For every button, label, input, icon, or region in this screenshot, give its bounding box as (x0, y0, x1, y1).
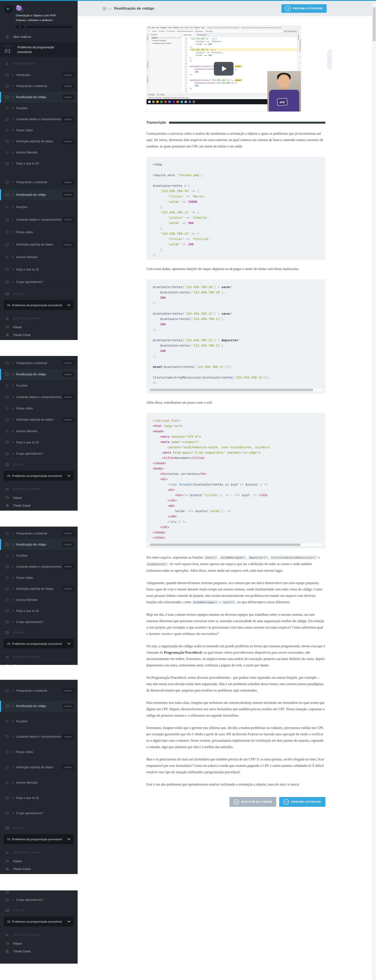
taskbar-icon[interactable] (176, 101, 179, 103)
scroll-right-arrow[interactable]: ► (322, 543, 325, 546)
terminal-item[interactable]: Terminal (148, 94, 154, 96)
sidebar-item-05[interactable]: 05Juntando dados e comportamento05min (0, 731, 78, 742)
sidebar-item-forum[interactable]: Fórum (0, 323, 78, 331)
sidebar-item-07[interactable]: 07Definição explícita de dados06min (0, 583, 78, 594)
scroll-left-arrow[interactable]: ◄ (147, 388, 149, 391)
sidebar-item-forum[interactable]: Fórum (0, 662, 78, 665)
sidebar-item-04[interactable]: 04Funções (0, 380, 78, 391)
sidebar-item-10[interactable]: 10O que aprendemos? (0, 276, 78, 288)
sidebar-item-06[interactable]: 06Peças soltas (0, 403, 78, 414)
next-activity-bottom-button[interactable]: PRÓXIMA ATIVIDADE (279, 797, 325, 807)
sidebar-item-forum[interactable]: Fórum (0, 940, 78, 947)
sidebar-item-02[interactable]: 02Preparando o ambiente05min (0, 177, 78, 188)
taskbar-icon[interactable] (164, 101, 167, 103)
scroll-right-arrow[interactable]: ► (322, 388, 325, 391)
sidebar-item-09[interactable]: 09Faça o que eu fiz (0, 264, 78, 275)
sidebar-item-04[interactable]: 04Funções (0, 103, 78, 114)
sidebar-item-10[interactable]: 10O que aprendemos? (0, 894, 78, 905)
taskbar-icon[interactable] (181, 101, 183, 103)
taskbar-icon[interactable] (152, 101, 155, 103)
scrollbar-thumb[interactable] (150, 544, 300, 546)
sidebar-item-04[interactable]: 04Funções (0, 716, 78, 727)
sidebar-item-05[interactable]: 05Juntando dados e comportamento05min (0, 391, 78, 402)
sidebar-item-09[interactable]: 09Faça o que eu fiz (0, 437, 78, 448)
lesson-dropdown[interactable]: 01. Problemas da programação procedural (4, 834, 74, 844)
sidebar-item-07[interactable]: 07Definição explícita de dados06min (0, 414, 78, 425)
lesson-video-player[interactable]: FileEditViewNavigateCodeRefactorRunTools… (146, 25, 301, 112)
sidebar-item-05[interactable]: 05Juntando dados e comportamento05min (0, 114, 78, 125)
back-button[interactable] (4, 5, 12, 13)
sidebar-item-03[interactable]: 03Reutilização de código06min (0, 92, 78, 103)
play-button[interactable] (214, 62, 233, 76)
sidebar-item-forum[interactable]: Fórum (0, 858, 78, 865)
taskbar-icon[interactable] (160, 101, 163, 103)
sidebar-item-switch-course[interactable]: Trocar Curso (0, 865, 78, 873)
terminal-item[interactable]: ≡ 6: TODO (157, 94, 164, 96)
sidebar-item-03[interactable]: 03Reutilização de código06min (0, 189, 78, 200)
page-scrollbar[interactable]: ▲ ▼ (372, 1, 376, 980)
scrollbar-thumb[interactable] (373, 7, 376, 41)
lesson-dropdown[interactable]: 01. Problemas da programação procedural (4, 639, 74, 649)
sidebar-item-08[interactable]: 08Acesso liberado (0, 147, 78, 158)
open-notebook-button[interactable]: Abrir caderno (0, 32, 78, 42)
scroll-up-arrow[interactable]: ▲ (372, 1, 376, 4)
editor-tab[interactable]: funcoes.php× (195, 33, 210, 37)
sidebar-item-02[interactable]: 02Preparando o ambiente05min (0, 685, 78, 696)
lesson-dropdown[interactable]: 01. Problemas da programação procedural (4, 471, 74, 480)
next-activity-button[interactable]: PRÓXIMA ATIVIDADE (281, 4, 327, 13)
sidebar-item-07[interactable]: 07Definição explícita de dados06min (0, 762, 78, 773)
sidebar-item-08[interactable]: 08Acesso liberado (0, 777, 78, 788)
horizontal-scrollbar[interactable]: ◄► (147, 543, 325, 546)
sidebar-item-03[interactable]: 03Reutilização de código06min (0, 369, 78, 380)
sidebar-item-10[interactable]: 10O que aprendemos? (0, 808, 78, 819)
sidebar-item-04[interactable]: 04Funções (0, 550, 78, 561)
sidebar-item-06[interactable]: 06Peças soltas (0, 572, 78, 583)
sidebar-item-09[interactable]: 09Faça o que eu fiz (0, 605, 78, 616)
taskbar-icon[interactable] (148, 101, 151, 103)
sidebar-item-05[interactable]: 05Juntando dados e comportamento05min (0, 561, 78, 572)
sidebar-item-forum[interactable]: Fórum (0, 494, 78, 502)
taskbar-icon[interactable] (168, 101, 171, 103)
taskbar-icon[interactable] (193, 101, 195, 103)
crumb: Documents › (167, 30, 176, 32)
scrollbar-thumb[interactable] (150, 389, 313, 391)
sidebar-item-03[interactable]: 03Reutilização de código06min (0, 539, 78, 550)
sidebar-item-02[interactable]: 02Preparando o ambiente05min (0, 358, 78, 369)
sidebar-item-06[interactable]: 06Peças soltas (0, 125, 78, 136)
sidebar-item-04[interactable]: 04Funções (0, 202, 78, 213)
editor-tab[interactable]: banco.php× (182, 33, 195, 37)
sidebar-item-08[interactable]: 08Acesso liberado (0, 251, 78, 262)
discuss-forum-button[interactable]: DISCUTIR NO FORUM (230, 797, 276, 807)
taskbar-icon[interactable] (156, 101, 159, 103)
sidebar-item-switch-course[interactable]: Trocar Curso (0, 502, 78, 509)
sidebar-item-06[interactable]: 06Peças soltas (0, 746, 78, 757)
horizontal-scrollbar[interactable]: ◄► (147, 388, 325, 391)
taskbar-icon[interactable] (189, 101, 191, 103)
sidebar-item-08[interactable]: 08Acesso liberado (0, 426, 78, 437)
sidebar-item-08[interactable]: 08Acesso liberado (0, 594, 78, 605)
menu-item: View (155, 27, 159, 29)
current-lesson-row[interactable]: AULA01Problemas da programação procedura… (0, 42, 78, 57)
sidebar-item-switch-course[interactable]: Trocar Curso (0, 947, 78, 955)
sidebar-item-05[interactable]: 05Juntando dados e comportamento05min (0, 214, 78, 225)
floating-options-handle[interactable] (327, 49, 332, 70)
taskbar-icon[interactable] (185, 101, 187, 103)
scroll-left-arrow[interactable]: ◄ (147, 543, 149, 546)
sidebar-item-07[interactable]: 07Definição explícita de dados06min (0, 239, 78, 250)
sidebar-item-10[interactable]: 10O que aprendemos? (0, 616, 78, 627)
sidebar-item-02[interactable]: 02Preparando o ambiente05min (0, 528, 78, 539)
sidebar-item-07[interactable]: 07Definição explícita de dados06min (0, 136, 78, 147)
lesson-dropdown[interactable]: 01. Problemas da programação procedural (4, 300, 74, 310)
sidebar-item-06[interactable]: 06Peças soltas (0, 227, 78, 238)
scroll-down-arrow[interactable]: ▼ (372, 977, 376, 980)
taskbar-icon[interactable] (173, 101, 175, 103)
sidebar-item-10[interactable]: 10O que aprendemos? (0, 448, 78, 459)
sidebar-item-02[interactable]: 02Preparando o ambiente05min (0, 81, 78, 92)
sidebar-item-09[interactable]: 09Faça o que eu fiz (0, 158, 78, 169)
sidebar-item-01[interactable]: 01Introdução03min (0, 70, 78, 81)
sidebar-item-03[interactable]: 03Reutilização de código06min (0, 701, 78, 712)
sidebar-item-switch-course[interactable]: Trocar Curso (0, 331, 78, 339)
sidebar-item-09[interactable]: 09Faça o que eu fiz (0, 792, 78, 803)
add-configuration-button[interactable]: Add Configuration... (282, 30, 299, 33)
lesson-dropdown[interactable]: 01. Problemas da programação procedural (4, 916, 74, 926)
